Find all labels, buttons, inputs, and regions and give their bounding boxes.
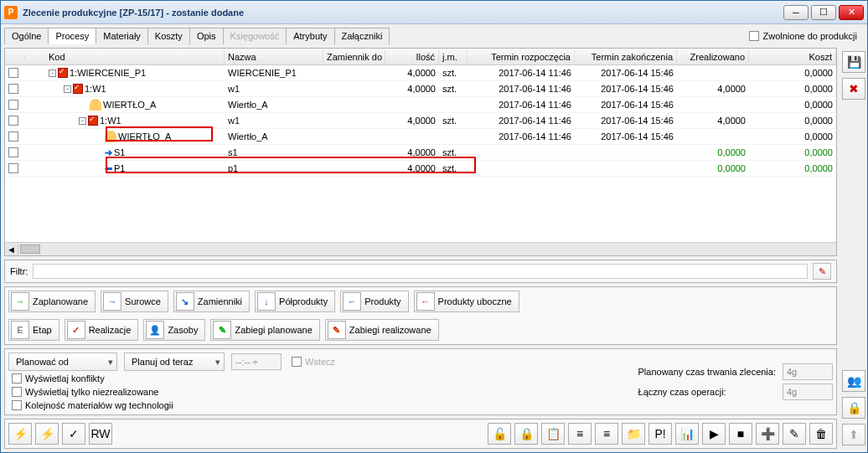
bottom-right-icon-8[interactable]: ▶	[702, 423, 726, 445]
bottom-left-icon-0[interactable]: ⚡	[8, 423, 32, 445]
btn-label: Zasoby	[168, 325, 198, 335]
maximize-button[interactable]: ☐	[811, 5, 836, 20]
row-checkbox[interactable]	[8, 84, 18, 94]
tab-materiały[interactable]: Materiały	[96, 28, 148, 44]
released-checkbox[interactable]	[749, 31, 759, 41]
tab-procesy[interactable]: Procesy	[48, 28, 96, 44]
btn-etap[interactable]: EEtap	[8, 319, 59, 341]
tree-row[interactable]: ➔S1s14,0000szt.0,00000,0000	[5, 145, 836, 161]
expand-toggle[interactable]: -	[49, 69, 56, 77]
close-button[interactable]: ✕	[839, 5, 864, 20]
btn-zamienniki[interactable]: ↘Zamienniki	[173, 291, 250, 312]
col-ilosc[interactable]: Ilość	[385, 50, 439, 64]
row-checkbox[interactable]	[8, 100, 18, 110]
btn-zabiegi-realizowane[interactable]: ✎Zabiegi realizowane	[325, 319, 439, 341]
bottom-right-icon-3[interactable]: ≡	[568, 423, 592, 445]
btn-produkty[interactable]: ←Produkty	[340, 291, 408, 312]
tab-załączniki[interactable]: Załączniki	[334, 28, 390, 44]
hscrollbar[interactable]: ◄	[5, 242, 836, 255]
btn-label: Produkty	[364, 296, 400, 306]
bottom-right-icon-7[interactable]: 📊	[675, 423, 699, 445]
bottom-toolbar: ⚡⚡✓RW 🔓🔒📋≡≡📁P!📊▶■➕✎🗑	[4, 419, 837, 449]
tree-grid: Kod Nazwa Zamiennik do Ilość j.m. Termin…	[4, 48, 837, 256]
planowac-od-combo[interactable]: Planować od	[8, 353, 117, 371]
expand-toggle[interactable]: -	[79, 117, 86, 125]
btn-zabiegi-planowane[interactable]: ✎Zabiegi planowane	[210, 319, 319, 341]
lock-icon[interactable]: 🔒	[842, 397, 865, 419]
laczny-label: Łączny czas operacji:	[638, 387, 776, 397]
btn-icon: ↘	[176, 292, 194, 311]
kolejnosc-label: Kolejność materiałów wg technologii	[25, 400, 173, 410]
up-icon[interactable]: ⬆	[842, 424, 865, 445]
tree-row[interactable]: WIERTŁO_AWiertło_A2017-06-14 11:462017-0…	[5, 129, 836, 145]
tree-row[interactable]: ⬅P1p14,0000szt.0,00000,0000	[5, 161, 836, 177]
row-checkbox[interactable]	[8, 116, 18, 126]
laczny-value[interactable]	[783, 384, 833, 400]
kod-cell: 1:WIERCENIE_P1	[70, 68, 146, 78]
btn-icon: E	[11, 321, 29, 339]
bottom-right-icon-6[interactable]: P!	[648, 423, 672, 445]
kolejnosc-checkbox[interactable]	[12, 400, 22, 410]
btn-produkty-uboczne[interactable]: ←Produkty uboczne	[414, 291, 519, 312]
btn-półprodukty[interactable]: ↓Półprodukty	[255, 291, 335, 312]
tree-row[interactable]: -1:W1w14,0000szt.2017-06-14 11:462017-06…	[5, 113, 836, 129]
btn-label: Surowce	[125, 296, 161, 306]
tab-ogólne[interactable]: Ogólne	[4, 28, 49, 44]
kod-cell: 1:W1	[100, 116, 121, 126]
col-zreal[interactable]: Zrealizowano	[677, 50, 749, 64]
user-icon[interactable]: 👥	[842, 370, 865, 392]
bottom-left-icon-1[interactable]: ⚡	[35, 423, 59, 445]
row-checkbox[interactable]	[8, 163, 18, 173]
bottom-right-icon-4[interactable]: ≡	[595, 423, 618, 445]
tree-row[interactable]: -1:W1w14,0000szt.2017-06-14 11:462017-06…	[5, 81, 836, 97]
bottom-right-icon-1[interactable]: 🔒	[514, 423, 538, 445]
col-zak[interactable]: Termin zakończenia	[575, 50, 677, 64]
planuj-od-teraz-combo[interactable]: Planuj od teraz	[124, 353, 225, 371]
konflikty-checkbox[interactable]	[12, 373, 22, 384]
bottom-right-icon-9[interactable]: ■	[729, 423, 752, 445]
tab-atrybuty[interactable]: Atrybuty	[286, 28, 334, 44]
col-rozp[interactable]: Termin rozpoczęcia	[468, 50, 575, 64]
btn-icon: →	[103, 292, 121, 311]
niezreal-checkbox[interactable]	[12, 387, 22, 397]
btn-surowce[interactable]: →Surowce	[101, 291, 168, 312]
filter-input[interactable]	[33, 264, 808, 279]
tab-opis[interactable]: Opis	[189, 28, 224, 44]
time-input[interactable]	[231, 353, 282, 370]
bottom-right-icon-2[interactable]: 📋	[541, 423, 565, 445]
check-icon	[88, 116, 98, 126]
btn-label: Zamienniki	[198, 296, 242, 306]
save-icon[interactable]: 💾	[842, 51, 865, 73]
bottom-right-icon-11[interactable]: ✎	[783, 423, 806, 445]
btn-realizacje[interactable]: ✓Realizacje	[65, 319, 139, 341]
btn-label: Zabiegi realizowane	[349, 325, 431, 335]
row-checkbox[interactable]	[8, 68, 18, 78]
bottom-right-icon-10[interactable]: ➕	[756, 423, 779, 445]
filter-clear-button[interactable]: ✎	[813, 263, 831, 280]
expand-toggle[interactable]: -	[64, 85, 71, 93]
check-icon	[73, 84, 83, 94]
row-checkbox[interactable]	[8, 147, 18, 157]
col-kod[interactable]: Kod	[45, 50, 225, 64]
col-nazwa[interactable]: Nazwa	[225, 50, 323, 64]
btn-zaplanowane[interactable]: →Zaplanowane	[8, 291, 96, 312]
konflikty-label: Wyświetlaj konflikty	[25, 373, 105, 384]
plan-czas-value[interactable]	[783, 363, 833, 380]
col-zamiennik[interactable]: Zamiennik do	[323, 50, 385, 64]
btn-zasoby[interactable]: 👤Zasoby	[143, 319, 205, 341]
delete-icon[interactable]: ✖	[842, 78, 865, 100]
wstecz-checkbox[interactable]	[292, 357, 302, 367]
bottom-right-icon-12[interactable]: 🗑	[809, 423, 833, 445]
minimize-button[interactable]: ─	[783, 5, 809, 20]
tree-row[interactable]: WIERTŁO_AWiertło_A2017-06-14 11:462017-0…	[5, 97, 836, 113]
tab-koszty[interactable]: Koszty	[147, 28, 190, 44]
bottom-right-icon-0[interactable]: 🔓	[488, 423, 511, 445]
bottom-left-icon-3[interactable]: RW	[89, 423, 112, 445]
col-koszt[interactable]: Koszt	[749, 50, 836, 64]
tree-row[interactable]: -1:WIERCENIE_P1WIERCENIE_P14,0000szt.201…	[5, 65, 836, 81]
row-checkbox[interactable]	[8, 131, 18, 142]
bottom-left-icon-2[interactable]: ✓	[62, 423, 85, 445]
bottom-right-icon-5[interactable]: 📁	[622, 423, 645, 445]
tab-księgowość: Księgowość	[223, 28, 287, 44]
col-jm[interactable]: j.m.	[439, 50, 468, 64]
